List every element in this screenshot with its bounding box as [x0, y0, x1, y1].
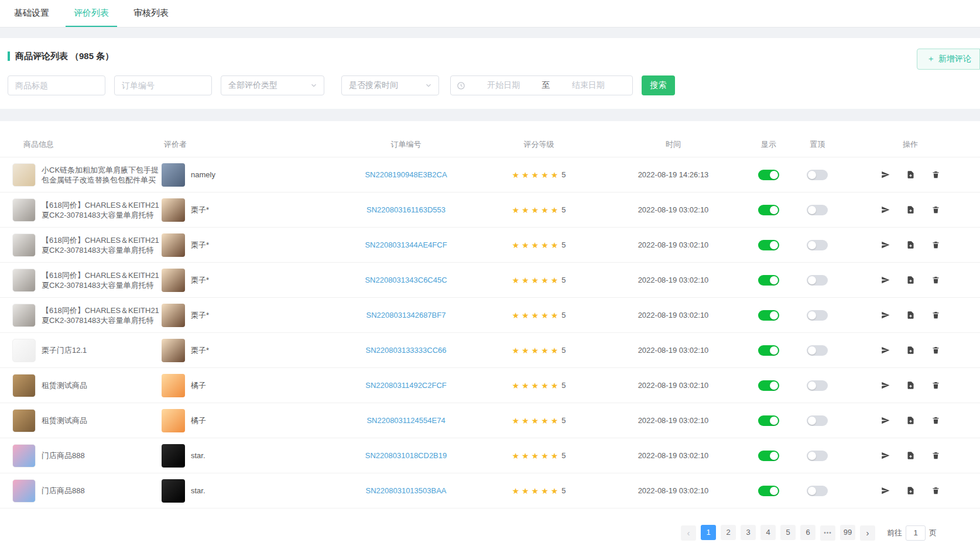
- goto-page-input[interactable]: [906, 525, 926, 541]
- send-icon[interactable]: [880, 240, 890, 250]
- reviewer-name: star.: [191, 486, 205, 495]
- trash-icon[interactable]: [931, 240, 940, 250]
- pin-top-toggle[interactable]: [807, 380, 828, 391]
- table-body: 小CK链条加粗加宽单肩腋下包手提包金属链子改造替换包包配件单买 namely S…: [0, 157, 980, 508]
- pagination-page-4[interactable]: 4: [760, 525, 776, 540]
- review-count: （985 条）: [70, 51, 114, 62]
- reviewer-avatar: [162, 374, 185, 397]
- tab-review-list[interactable]: 评价列表: [66, 0, 117, 27]
- show-toggle[interactable]: [758, 205, 779, 215]
- trash-icon[interactable]: [931, 276, 940, 285]
- send-icon[interactable]: [880, 205, 890, 215]
- order-number-link[interactable]: SN2208031124554E74: [366, 416, 445, 425]
- pin-top-toggle[interactable]: [807, 240, 828, 250]
- trash-icon[interactable]: [931, 451, 940, 460]
- pagination-pages: 123456•••99: [698, 525, 858, 541]
- file-plus-icon[interactable]: [906, 170, 915, 180]
- order-number-link[interactable]: SN220803133333CC66: [365, 346, 446, 355]
- plus-icon: ＋: [927, 54, 935, 64]
- send-icon[interactable]: [880, 381, 890, 390]
- order-no-input[interactable]: [114, 75, 212, 95]
- pin-top-toggle[interactable]: [807, 415, 828, 426]
- show-toggle[interactable]: [758, 310, 779, 321]
- order-number-link[interactable]: SN2208031018CD2B19: [365, 451, 447, 460]
- review-time: 2022-08-19 03:02:10: [638, 416, 709, 425]
- order-number-link[interactable]: SN220803161163D553: [366, 205, 446, 214]
- trash-icon[interactable]: [931, 416, 940, 425]
- order-number-link[interactable]: SN2208031343C6C45C: [365, 276, 447, 284]
- pin-top-toggle[interactable]: [807, 310, 828, 321]
- file-plus-icon[interactable]: [906, 416, 915, 425]
- show-toggle[interactable]: [758, 486, 779, 496]
- date-end-placeholder[interactable]: 结束日期: [550, 80, 627, 91]
- table-row: 小CK链条加粗加宽单肩腋下包手提包金属链子改造替换包包配件单买 namely S…: [0, 157, 980, 193]
- show-toggle[interactable]: [758, 380, 779, 391]
- pagination-page-6[interactable]: 6: [800, 525, 815, 540]
- show-toggle[interactable]: [758, 240, 779, 250]
- search-time-select[interactable]: 是否搜索时间: [341, 75, 439, 95]
- show-toggle[interactable]: [758, 451, 779, 461]
- trash-icon[interactable]: [931, 486, 940, 496]
- show-toggle[interactable]: [758, 345, 779, 356]
- order-number-link[interactable]: SN2208031342687BF7: [366, 311, 446, 319]
- page-title: 商品评论列表: [15, 51, 68, 62]
- order-number-link[interactable]: SN22080311492C2FCF: [365, 381, 447, 390]
- tab-basic-settings[interactable]: 基础设置: [6, 0, 57, 27]
- send-icon[interactable]: [880, 276, 890, 285]
- send-icon[interactable]: [880, 451, 890, 460]
- title-accent-bar: [8, 51, 10, 61]
- pagination-page-99[interactable]: 99: [840, 525, 855, 540]
- review-type-select[interactable]: 全部评价类型: [221, 75, 324, 95]
- file-plus-icon[interactable]: [906, 346, 915, 355]
- reviewer-name: star.: [191, 451, 205, 460]
- col-header-actions: 操作: [841, 132, 980, 157]
- pagination-prev[interactable]: ‹: [681, 525, 696, 541]
- show-toggle[interactable]: [758, 415, 779, 426]
- file-plus-icon[interactable]: [906, 451, 915, 460]
- send-icon[interactable]: [880, 486, 890, 496]
- trash-icon[interactable]: [931, 381, 940, 390]
- pagination-page-3[interactable]: 3: [741, 525, 756, 540]
- order-number-link[interactable]: SN2208190948E3B2CA: [365, 170, 447, 179]
- pin-top-toggle[interactable]: [807, 170, 828, 180]
- pin-top-toggle[interactable]: [807, 486, 828, 496]
- file-plus-icon[interactable]: [906, 240, 915, 250]
- order-number-link[interactable]: SN2208031013503BAA: [365, 486, 446, 495]
- tab-audit-list[interactable]: 审核列表: [125, 0, 177, 27]
- order-number-link[interactable]: SN2208031344AE4FCF: [365, 240, 447, 249]
- trash-icon[interactable]: [931, 311, 940, 320]
- pin-top-toggle[interactable]: [807, 345, 828, 356]
- file-plus-icon[interactable]: [906, 205, 915, 215]
- add-review-button[interactable]: ＋ 新增评论: [917, 49, 980, 70]
- pagination-page-5[interactable]: 5: [780, 525, 796, 540]
- file-plus-icon[interactable]: [906, 381, 915, 390]
- trash-icon[interactable]: [931, 205, 940, 215]
- pagination-next[interactable]: ›: [860, 525, 875, 541]
- chevron-down-icon: [424, 81, 433, 90]
- date-range-picker[interactable]: 开始日期 至 结束日期: [450, 75, 633, 95]
- file-plus-icon[interactable]: [906, 276, 915, 285]
- send-icon[interactable]: [880, 311, 890, 320]
- pin-top-toggle[interactable]: [807, 275, 828, 286]
- pin-top-toggle[interactable]: [807, 451, 828, 461]
- pin-top-toggle[interactable]: [807, 205, 828, 215]
- search-button[interactable]: 搜索: [642, 75, 675, 95]
- table-row: 栗子门店12.1 栗子* SN220803133333CC66 ★★★★★ 5 …: [0, 333, 980, 368]
- review-time: 2022-08-19 03:02:10: [638, 240, 709, 249]
- trash-icon[interactable]: [931, 346, 940, 355]
- file-plus-icon[interactable]: [906, 311, 915, 320]
- pagination-page-1[interactable]: 1: [701, 525, 716, 540]
- send-icon[interactable]: [880, 416, 890, 425]
- show-toggle[interactable]: [758, 275, 779, 286]
- file-plus-icon[interactable]: [906, 486, 915, 496]
- date-start-placeholder[interactable]: 开始日期: [465, 80, 542, 91]
- pagination-page-2[interactable]: 2: [721, 525, 736, 540]
- show-toggle[interactable]: [758, 170, 779, 180]
- rating-value: 5: [561, 170, 566, 179]
- send-icon[interactable]: [880, 346, 890, 355]
- send-icon[interactable]: [880, 170, 890, 180]
- pagination-more[interactable]: •••: [820, 525, 835, 541]
- product-title-input[interactable]: [8, 75, 105, 95]
- trash-icon[interactable]: [931, 170, 940, 180]
- table-row: 门店商品888 star. SN2208031013503BAA ★★★★★ 5…: [0, 473, 980, 508]
